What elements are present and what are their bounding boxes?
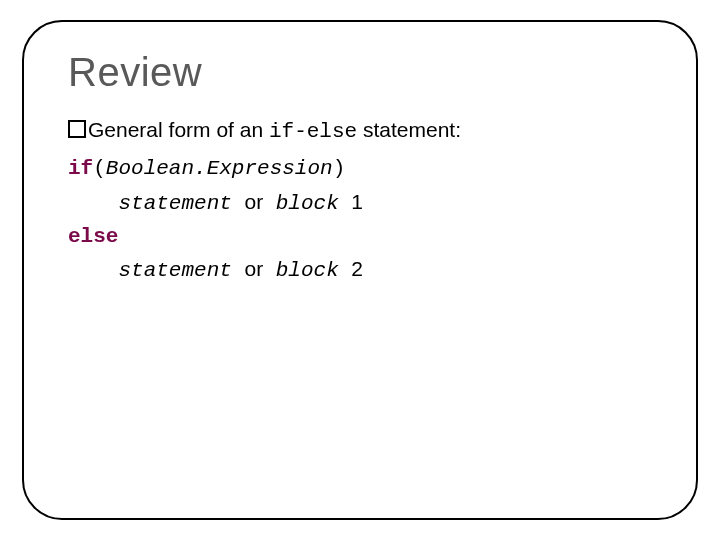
bullet-text-post: statement:: [357, 118, 461, 141]
bullet-line: General form of an if-else statement:: [68, 115, 652, 147]
statement-2: statement: [118, 259, 244, 282]
block-2a: block: [263, 259, 351, 282]
keyword-if: if: [68, 157, 93, 180]
paren-open: (: [93, 157, 106, 180]
keyword-else: else: [68, 225, 118, 248]
slide-frame: Review General form of an if-else statem…: [22, 20, 698, 520]
boolean-expression: Boolean.Expression: [106, 157, 333, 180]
indent-2: [68, 259, 118, 282]
or-2: or: [244, 257, 263, 280]
indent-1: [68, 192, 118, 215]
block-1a: block: [263, 192, 351, 215]
slide: Review General form of an if-else statem…: [0, 0, 720, 540]
statement-1: statement: [118, 192, 244, 215]
num-2: 2: [351, 257, 363, 280]
code-block: if(Boolean.Expression) statement or bloc…: [68, 153, 652, 287]
num-1: 1: [351, 190, 363, 213]
slide-title: Review: [68, 50, 652, 95]
bullet-code: if-else: [269, 120, 357, 143]
bullet-text-pre: General form of an: [88, 118, 269, 141]
paren-close: ): [333, 157, 346, 180]
bullet-square-icon: [68, 120, 86, 138]
or-1: or: [244, 190, 263, 213]
